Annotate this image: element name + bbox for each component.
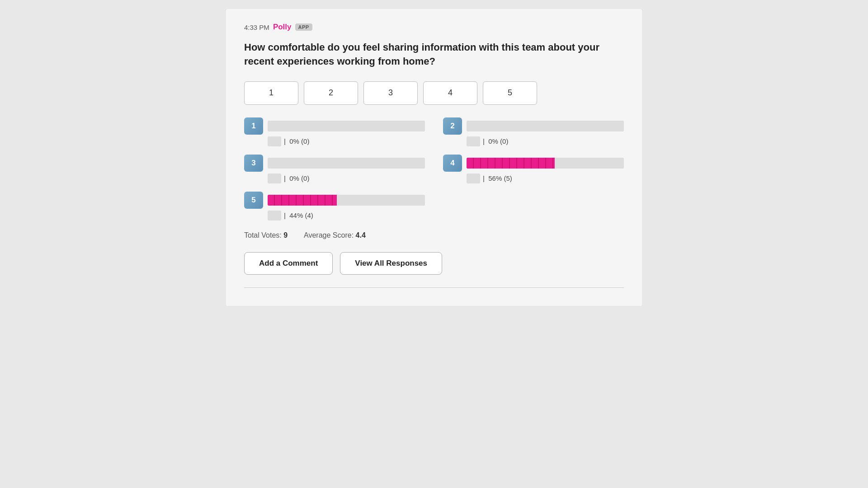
bottom-divider — [244, 287, 624, 288]
results-grid: 1 | 0% (0) 2 — [244, 117, 624, 221]
stats-row-4: | 56% (5) — [443, 174, 624, 183]
rating-btn-3[interactable]: 3 — [363, 81, 418, 105]
result-row-3: 3 | 0% (0) — [244, 155, 425, 183]
page-wrapper: 4:33 PM Polly APP How comfortable do you… — [0, 0, 868, 488]
result-label-5: 5 — [244, 192, 263, 209]
totals-row: Total Votes: 9 Average Score: 4.4 — [244, 231, 624, 239]
rating-btn-5[interactable]: 5 — [483, 81, 537, 105]
stats-text-3: | 0% (0) — [284, 174, 309, 182]
result-label-3: 3 — [244, 155, 263, 172]
rating-buttons: 1 2 3 4 5 — [244, 81, 624, 105]
result-row-5: 5 | 44% (4) — [244, 192, 425, 221]
timestamp: 4:33 PM — [244, 23, 269, 31]
stats-text-4: | 56% (5) — [483, 174, 512, 182]
result-row-1: 1 | 0% (0) — [244, 117, 425, 146]
stats-placeholder-4 — [467, 174, 480, 183]
result-row-4: 4 | 56% (5) — [443, 155, 624, 183]
app-badge: APP — [295, 23, 312, 31]
bar-row-3: 3 — [244, 155, 425, 172]
total-votes-value: 9 — [283, 231, 288, 239]
header-row: 4:33 PM Polly APP — [244, 23, 624, 32]
bar-row-4: 4 — [443, 155, 624, 172]
poll-card: 4:33 PM Polly APP How comfortable do you… — [226, 9, 642, 306]
bar-container-1 — [268, 121, 425, 131]
stats-row-2: | 0% (0) — [443, 136, 624, 146]
result-row-2: 2 | 0% (0) — [443, 117, 624, 146]
rating-btn-4[interactable]: 4 — [423, 81, 477, 105]
bar-row-1: 1 — [244, 117, 425, 135]
stats-text-5: | 44% (4) — [284, 211, 313, 219]
app-name: Polly — [273, 23, 292, 32]
stats-text-1: | 0% (0) — [284, 137, 309, 145]
bar-row-2: 2 — [443, 117, 624, 135]
action-buttons: Add a Comment View All Responses — [244, 252, 624, 275]
bar-container-5 — [268, 195, 425, 206]
average-score-value: 4.4 — [356, 231, 366, 239]
add-comment-button[interactable]: Add a Comment — [244, 252, 333, 275]
view-responses-button[interactable]: View All Responses — [340, 252, 442, 275]
bar-row-5: 5 — [244, 192, 425, 209]
rating-btn-1[interactable]: 1 — [244, 81, 298, 105]
bar-container-3 — [268, 158, 425, 169]
question-text: How comfortable do you feel sharing info… — [244, 41, 624, 69]
stats-text-2: | 0% (0) — [483, 137, 508, 145]
average-score-label: Average Score: 4.4 — [304, 231, 366, 239]
stats-row-1: | 0% (0) — [244, 136, 425, 146]
stats-row-3: | 0% (0) — [244, 174, 425, 183]
bar-fill-5 — [268, 195, 337, 206]
stats-placeholder-5 — [268, 211, 281, 221]
bar-fill-4 — [467, 158, 555, 169]
stats-placeholder-2 — [467, 136, 480, 146]
rating-btn-2[interactable]: 2 — [304, 81, 358, 105]
bar-container-2 — [467, 121, 624, 131]
stats-placeholder-1 — [268, 136, 281, 146]
stats-row-5: | 44% (4) — [244, 211, 425, 221]
total-votes-label: Total Votes: 9 — [244, 231, 288, 239]
result-label-1: 1 — [244, 117, 263, 135]
bar-container-4 — [467, 158, 624, 169]
result-label-2: 2 — [443, 117, 462, 135]
result-label-4: 4 — [443, 155, 462, 172]
stats-placeholder-3 — [268, 174, 281, 183]
